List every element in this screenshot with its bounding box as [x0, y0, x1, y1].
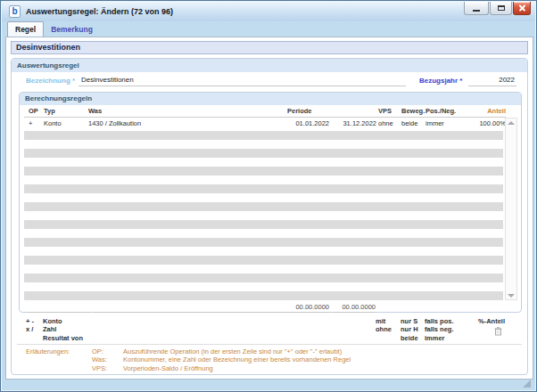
table-row-empty[interactable] — [24, 167, 503, 176]
close-icon — [518, 4, 526, 12]
row-was: 1430 / Zollkaution — [88, 119, 141, 127]
maximize-button[interactable] — [490, 2, 512, 15]
table-row-empty[interactable] — [24, 229, 503, 238]
entry-row: 00.00.0000 00.00.0000 — [20, 303, 523, 313]
legend-beweg-line: nur H — [401, 325, 418, 333]
erlaeuterung-text: Kontonummer, eine Zahl oder Bezeichnung … — [123, 355, 351, 363]
legend-anteil: %-Anteil — [453, 317, 505, 336]
table-row-empty[interactable] — [24, 211, 503, 220]
entry-op-input[interactable] — [27, 303, 91, 313]
legend-vps: mit ohne — [376, 317, 392, 334]
table-row-empty[interactable] — [24, 184, 503, 193]
legend-vps-line: ohne — [376, 325, 392, 333]
divider — [17, 344, 522, 345]
col-beweg: Beweg. — [401, 107, 425, 115]
legend-beweg: nur S nur H beide — [401, 317, 418, 342]
row-periode-bis: 31.12.2022 — [330, 119, 376, 127]
entry-periode-von-input[interactable]: 00.00.0000 — [283, 303, 329, 313]
table-scrollbar[interactable] — [505, 118, 517, 300]
table-row-empty[interactable] — [24, 149, 503, 158]
entry-was-input[interactable] — [94, 303, 285, 313]
tab-bemerkung[interactable]: Bemerkung — [44, 21, 100, 37]
entry-periode-bis-input[interactable]: 00.00.0000 — [333, 303, 376, 313]
legend-was-line: Resultat von — [43, 334, 83, 342]
legend-was: Konto Zahl Resultat von — [43, 317, 83, 342]
berechnungsregeln-group: Berechnungsregeln OP Typ Was Periode VPS… — [19, 92, 522, 313]
auswertungsregel-group: Auswertungsregel Bezeichnung * Desinvest… — [11, 58, 528, 375]
row-pos-neg: immer — [425, 119, 444, 127]
col-was: Was — [88, 107, 102, 115]
table-row-empty[interactable] — [24, 176, 503, 184]
legend-op-line: + - — [26, 317, 34, 325]
legend-pos-neg-line: falls pos. — [425, 317, 454, 325]
table-row-empty[interactable] — [24, 202, 503, 211]
legend-anteil-label: %-Anteil — [453, 317, 505, 325]
table-row-empty[interactable] — [24, 158, 503, 167]
window-title: Auswertungsregel: Ändern (72 von 96) — [26, 2, 173, 21]
titlebar[interactable]: b Auswertungsregel: Ändern (72 von 96) — [2, 2, 535, 21]
column-legend: + - x / Konto Zahl Resultat von mit ohne… — [12, 317, 529, 346]
table-row-empty[interactable] — [24, 140, 503, 149]
row-periode-von: 01.01.2022 — [283, 119, 329, 127]
table-row-empty[interactable] — [24, 220, 503, 229]
minimize-button[interactable] — [464, 2, 489, 15]
row-vps: ohne — [378, 119, 393, 127]
legend-beweg-line: nur S — [401, 317, 418, 325]
table-row[interactable]: + Konto 1430 / Zollkaution 01.01.2022 31… — [24, 118, 506, 131]
table-row-empty[interactable] — [24, 238, 503, 247]
legend-vps-line: mit — [376, 317, 392, 325]
legend-pos-neg: falls pos. falls neg. immer — [425, 317, 454, 342]
legend-beweg-line: beide — [401, 334, 418, 342]
legend-op: + - x / — [26, 317, 34, 334]
erlaeuterung-key: Was: — [92, 355, 107, 363]
row-typ: Konto — [44, 119, 62, 127]
maximize-icon — [498, 5, 505, 11]
bezugsjahr-input[interactable]: 2022 — [468, 75, 516, 86]
col-anteil: Anteil — [452, 107, 506, 115]
legend-was-line: Zahl — [43, 325, 83, 333]
legend-op-line: x / — [26, 325, 34, 333]
page-title: Desinvestitionen — [11, 41, 528, 54]
minimize-icon — [473, 10, 480, 12]
bezeichnung-label: Bezeichnung * — [26, 77, 75, 85]
table-row-empty[interactable] — [24, 247, 503, 256]
table-header-row: OP Typ Was Periode VPS Beweg. Pos./Neg. … — [24, 105, 506, 118]
col-typ: Typ — [44, 107, 55, 115]
bezeichnung-input[interactable]: Desinvestitionen — [78, 75, 406, 86]
app-icon: b — [9, 5, 21, 18]
auswertungsregel-group-title: Auswertungsregel — [12, 59, 527, 72]
legend-pos-neg-line: immer — [425, 334, 454, 342]
tab-bar: Regel Bemerkung — [7, 21, 100, 37]
col-vps: VPS — [378, 107, 392, 115]
erlaeuterung-text: Auszuführende Operation (in der ersten Z… — [123, 347, 342, 355]
row-op: + — [29, 119, 32, 127]
table-row-empty[interactable] — [24, 265, 503, 274]
table-row-empty[interactable] — [24, 256, 503, 265]
table-row-empty[interactable] — [24, 291, 503, 300]
trash-icon[interactable] — [494, 327, 502, 336]
erlaeuterung-key: OP: — [92, 347, 103, 355]
row-beweg: beide — [401, 119, 417, 127]
bezugsjahr-label: Bezugsjahr * — [419, 77, 462, 85]
app-window: b Auswertungsregel: Ändern (72 von 96) R… — [0, 0, 537, 392]
resize-grip[interactable] — [523, 380, 531, 388]
tab-regel[interactable]: Regel — [7, 21, 44, 37]
legend-was-line: Konto — [43, 317, 83, 325]
berechnungsregeln-group-title: Berechnungsregeln — [20, 93, 521, 105]
table-row-empty[interactable] — [24, 282, 503, 291]
content-panel: Desinvestitionen Auswertungsregel Bezeic… — [5, 37, 533, 380]
table-row-empty[interactable] — [24, 131, 503, 140]
col-op: OP — [29, 107, 38, 115]
table-row-empty[interactable] — [24, 274, 503, 282]
rules-table: OP Typ Was Periode VPS Beweg. Pos./Neg. … — [24, 105, 518, 302]
empty-rows — [24, 131, 503, 300]
legend-pos-neg-line: falls neg. — [425, 325, 454, 333]
erlaeuterungen-label: Erläuterungen: — [26, 347, 70, 355]
erlaeuterung-key: VPS: — [92, 364, 107, 372]
close-button[interactable] — [513, 2, 531, 15]
table-row-empty[interactable] — [24, 193, 503, 202]
row-anteil: 100.00% — [452, 119, 506, 127]
chevron-up-icon[interactable] — [508, 121, 515, 125]
chevron-down-icon[interactable] — [508, 294, 515, 298]
erlaeuterung-text: Vorperioden-Saldo / Eröffnung — [123, 364, 213, 372]
